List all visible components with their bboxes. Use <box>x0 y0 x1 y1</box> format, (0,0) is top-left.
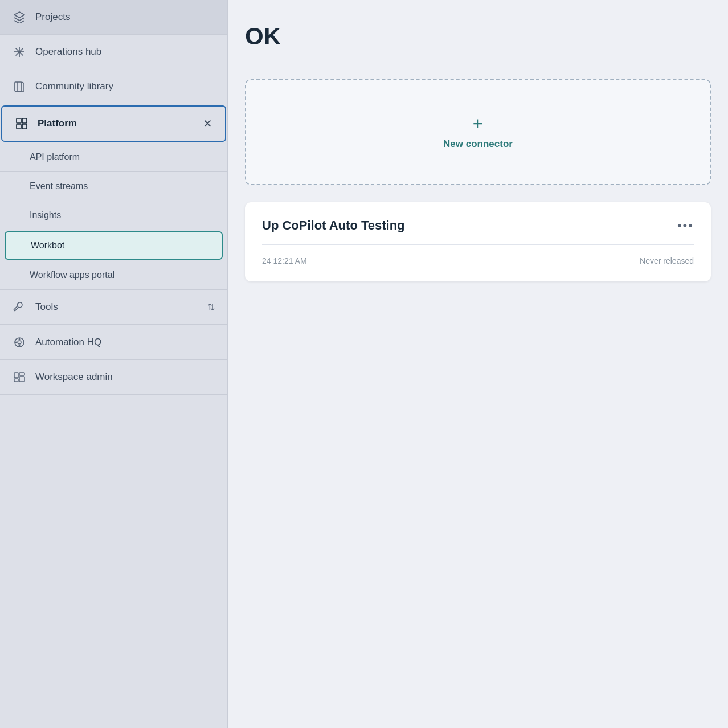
api-platform-label: API platform <box>30 152 80 162</box>
sidebar-sub-item-event-streams[interactable]: Event streams <box>0 172 227 201</box>
connector-section: + New connector Up CoPilot Auto Testing … <box>228 62 728 310</box>
app-card-menu-button[interactable]: ••• <box>677 218 694 233</box>
svg-point-16 <box>15 342 17 343</box>
new-connector-plus-icon: + <box>473 114 484 133</box>
platform-sub-items: API platform Event streams Insights Work… <box>0 143 227 290</box>
sidebar: Projects Operations hub Community librar… <box>0 0 228 728</box>
workflow-apps-portal-label: Workflow apps portal <box>30 270 114 280</box>
sidebar-sub-item-api-platform[interactable]: API platform <box>0 143 227 172</box>
app-card-date: 24 12:21 AM <box>262 256 307 265</box>
main-content: OK + New connector Up CoPilot Auto Testi… <box>228 0 728 728</box>
layers-icon <box>13 10 26 24</box>
admin-icon <box>13 370 26 384</box>
new-connector-label: New connector <box>443 138 513 150</box>
svg-rect-8 <box>17 118 21 123</box>
app-card-footer: 24 12:21 AM Never released <box>262 256 694 265</box>
svg-rect-17 <box>14 373 18 378</box>
svg-point-13 <box>18 341 21 344</box>
app-card-title: Up CoPilot Auto Testing <box>262 218 405 233</box>
svg-rect-20 <box>19 377 24 382</box>
sidebar-item-community-library-label: Community library <box>35 81 215 92</box>
workbot-label: Workbot <box>31 240 64 251</box>
svg-rect-19 <box>19 373 24 375</box>
sidebar-item-community-library[interactable]: Community library <box>0 69 227 104</box>
sidebar-item-platform-label: Platform <box>38 118 194 129</box>
svg-point-14 <box>19 338 21 340</box>
new-connector-card[interactable]: + New connector <box>245 79 711 185</box>
wrench-icon <box>13 300 26 314</box>
sidebar-item-workspace-admin[interactable]: Workspace admin <box>0 360 227 395</box>
event-streams-label: Event streams <box>30 181 88 191</box>
svg-rect-10 <box>17 124 21 129</box>
sidebar-item-automation-hq-label: Automation HQ <box>35 337 215 348</box>
platform-close-icon[interactable]: ✕ <box>203 117 212 130</box>
sidebar-sub-item-workflow-apps-portal[interactable]: Workflow apps portal <box>0 261 227 290</box>
book-icon <box>13 80 26 93</box>
sidebar-item-platform[interactable]: Platform ✕ <box>1 105 226 142</box>
sidebar-item-projects[interactable]: Projects <box>0 0 227 35</box>
sidebar-item-workspace-admin-label: Workspace admin <box>35 371 215 383</box>
app-card-status: Never released <box>640 256 694 265</box>
grid-icon <box>15 117 28 130</box>
automation-icon <box>13 336 26 349</box>
sidebar-item-automation-hq[interactable]: Automation HQ <box>0 325 227 360</box>
main-top-section: OK <box>228 0 728 62</box>
sidebar-sub-item-insights[interactable]: Insights <box>0 201 227 230</box>
sidebar-item-operations-hub-label: Operations hub <box>35 46 215 58</box>
page-title-partial: OK <box>245 23 281 50</box>
svg-rect-5 <box>15 82 22 91</box>
snowflake-icon <box>13 45 26 59</box>
sidebar-item-projects-label: Projects <box>35 11 215 23</box>
svg-rect-9 <box>22 118 27 123</box>
tools-chevron-icon[interactable]: ⇅ <box>207 302 215 313</box>
svg-point-15 <box>19 345 21 347</box>
sidebar-item-tools[interactable]: Tools ⇅ <box>0 290 227 325</box>
sidebar-item-tools-label: Tools <box>35 301 198 313</box>
svg-point-4 <box>18 51 21 53</box>
insights-label: Insights <box>30 210 61 220</box>
svg-rect-18 <box>14 379 18 382</box>
app-card-header: Up CoPilot Auto Testing ••• <box>262 218 694 233</box>
app-card: Up CoPilot Auto Testing ••• 24 12:21 AM … <box>245 202 711 281</box>
app-card-divider <box>262 244 694 245</box>
sidebar-item-operations-hub[interactable]: Operations hub <box>0 35 227 69</box>
sidebar-sub-item-workbot[interactable]: Workbot <box>5 231 223 260</box>
svg-rect-11 <box>22 124 27 129</box>
